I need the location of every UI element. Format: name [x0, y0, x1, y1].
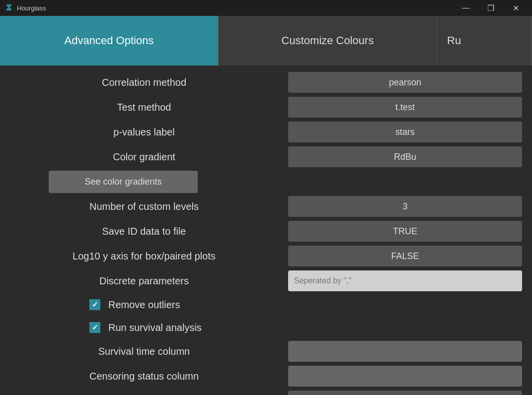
remove-outliers-label: Remove outliers [108, 299, 180, 311]
app-icon [5, 4, 13, 12]
pvalues-label-row: p-values label stars [10, 120, 522, 144]
pvalues-label-label: p-values label [10, 127, 288, 138]
num-custom-levels-value[interactable]: 3 [288, 196, 522, 217]
discrete-params-label: Discrete parameters [10, 275, 288, 287]
remove-outliers-check-icon: ✓ [92, 300, 98, 309]
run-survival-check-icon: ✓ [92, 323, 98, 332]
correlation-method-row: Correlation method pearson [10, 70, 522, 94]
survival-time-value[interactable] [288, 341, 522, 362]
color-gradient-row: Color gradient RdBu [10, 145, 522, 169]
remove-outliers-checkbox[interactable]: ✓ [89, 299, 100, 310]
titlebar: Hourglass — ❐ ✕ [0, 0, 532, 16]
num-custom-levels-label: Number of custom levels [10, 201, 288, 212]
log10-y-axis-label: Log10 y axis for box/paired plots [10, 251, 288, 262]
imputed-slider-value-display: 5% around mean (columnwise) [288, 391, 522, 395]
censoring-status-value[interactable] [288, 366, 522, 387]
color-gradient-value[interactable]: RdBu [288, 146, 522, 167]
see-gradients-row: See color gradients [10, 170, 522, 194]
close-button[interactable]: ✕ [504, 0, 527, 16]
tab-bar: Advanced Options Customize Colours Ru [0, 16, 532, 66]
log10-y-axis-value[interactable]: FALSE [288, 246, 522, 266]
tab-customize-colours[interactable]: Customize Colours [219, 16, 437, 66]
test-method-label: Test method [10, 102, 288, 113]
censoring-status-row: Censoring status column [10, 364, 522, 388]
remove-outliers-wrap: ✓ Remove outliers [89, 299, 180, 311]
pvalues-label-value[interactable]: stars [288, 122, 522, 142]
run-survival-checkbox[interactable]: ✓ [89, 322, 100, 333]
see-color-gradients-button[interactable]: See color gradients [49, 171, 198, 193]
censoring-status-label: Censoring status column [10, 371, 288, 382]
minimize-button[interactable]: — [455, 0, 477, 16]
log10-y-axis-row: Log10 y axis for box/paired plots FALSE [10, 244, 522, 268]
discrete-params-input[interactable] [288, 270, 522, 291]
correlation-method-label: Correlation method [10, 77, 288, 88]
restore-button[interactable]: ❐ [479, 0, 502, 16]
discrete-params-row: Discrete parameters [10, 269, 522, 293]
tab-advanced-options[interactable]: Advanced Options [0, 16, 219, 66]
run-survival-wrap: ✓ Run survival analysis [89, 322, 202, 333]
test-method-value[interactable]: t.test [288, 97, 522, 118]
run-imputed-row: ✓ Run imputed version 5% around mean (co… [10, 389, 522, 395]
survival-time-row: Survival time column [10, 339, 522, 363]
run-survival-label: Run survival analysis [108, 322, 202, 333]
color-gradient-label: Color gradient [10, 151, 288, 163]
save-id-data-value[interactable]: TRUE [288, 221, 522, 242]
run-survival-row: ✓ Run survival analysis [10, 317, 522, 338]
num-custom-levels-row: Number of custom levels 3 [10, 195, 522, 218]
save-id-data-row: Save ID data to file TRUE [10, 219, 522, 243]
app-title: Hourglass [17, 4, 451, 12]
survival-time-label: Survival time column [10, 346, 288, 357]
save-id-data-label: Save ID data to file [10, 226, 288, 237]
remove-outliers-row: ✓ Remove outliers [10, 294, 522, 316]
tab-run[interactable]: Ru [437, 16, 532, 66]
main-content: Correlation method pearson Test method t… [0, 66, 532, 395]
test-method-row: Test method t.test [10, 95, 522, 119]
window-controls: — ❐ ✕ [455, 0, 527, 16]
correlation-method-value[interactable]: pearson [288, 72, 522, 93]
